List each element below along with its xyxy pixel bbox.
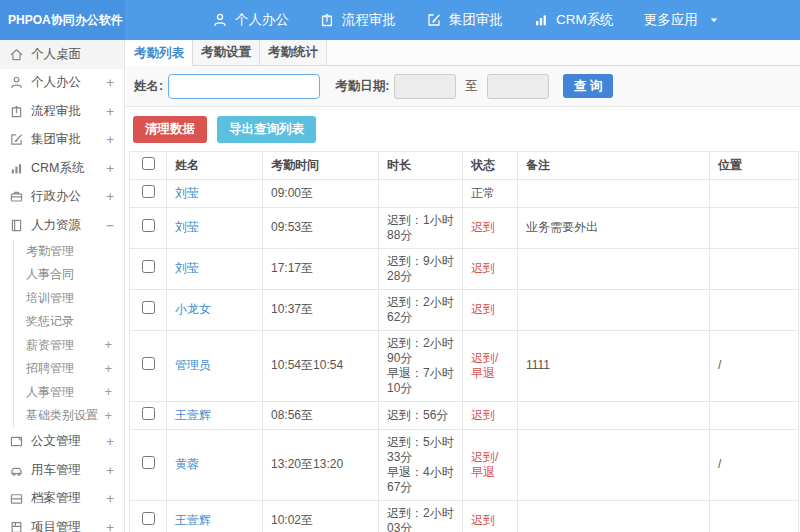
nav-item-3[interactable]: CRM系统	[518, 0, 629, 40]
row-checkbox[interactable]	[142, 301, 155, 314]
row-checkbox[interactable]	[142, 456, 155, 469]
employee-name-link[interactable]: 管理员	[167, 330, 263, 401]
nav-item-1[interactable]: 流程审批	[304, 0, 411, 40]
column-header: 备注	[518, 151, 710, 179]
clean-data-button[interactable]: 清理数据	[133, 116, 207, 143]
location-cell	[710, 289, 799, 330]
nav-item-4[interactable]: 更多应用	[629, 0, 736, 40]
sidebar-item-8[interactable]: 用车管理+	[0, 456, 124, 485]
location-cell: /	[710, 429, 799, 500]
duration-line: 迟到：1小时88分	[387, 213, 454, 243]
column-header: 考勤时间	[263, 151, 379, 179]
sidebar-item-6[interactable]: 人力资源−	[0, 211, 124, 240]
caret-down-icon	[707, 13, 721, 27]
sidebar-item-1[interactable]: 个人办公+	[0, 69, 124, 98]
user-icon	[9, 75, 24, 90]
row-checkbox[interactable]	[142, 512, 155, 525]
row-checkbox[interactable]	[142, 185, 155, 198]
sidebar-item-7[interactable]: 公文管理+	[0, 428, 124, 457]
menu-toggle-button[interactable]	[169, 0, 197, 40]
sidebar-subitem-3[interactable]: 奖惩记录	[14, 310, 124, 334]
employee-name-link[interactable]: 刘莹	[167, 248, 263, 289]
expand-indicator: +	[105, 338, 112, 352]
expand-indicator: −	[106, 218, 114, 233]
sidebar-item-4[interactable]: CRM系统+	[0, 154, 124, 183]
sidebar-item-label: 档案管理	[31, 490, 81, 507]
nav-item-0[interactable]: 个人办公	[197, 0, 304, 40]
expand-indicator: +	[106, 463, 114, 478]
name-filter-label: 姓名:	[134, 78, 163, 95]
edit-icon	[9, 132, 24, 147]
column-header: 状态	[463, 151, 518, 179]
sidebar-subitem-2[interactable]: 培训管理	[14, 287, 124, 311]
location-cell: /	[710, 330, 799, 401]
duration-cell: 迟到：2小时90分早退：7小时10分	[379, 330, 463, 401]
table-row: 王壹辉10:02至迟到：2小时03分迟到	[130, 500, 799, 532]
column-header: 时长	[379, 151, 463, 179]
sidebar-subitem-1[interactable]: 人事合同	[14, 263, 124, 287]
date-from-input[interactable]	[394, 74, 456, 99]
sidebar-item-3[interactable]: 集团审批+	[0, 126, 124, 155]
sidebar-item-5[interactable]: 行政办公+	[0, 183, 124, 212]
sidebar-item-0[interactable]: 个人桌面	[0, 40, 124, 69]
tab-2[interactable]: 考勤统计	[260, 40, 327, 65]
note-cell	[518, 500, 710, 532]
row-select-cell	[130, 289, 167, 330]
table-row: 刘莹09:53至迟到：1小时88分迟到业务需要外出	[130, 207, 799, 248]
sidebar-subitem-7[interactable]: 基础类别设置+	[14, 404, 124, 428]
book-icon	[9, 218, 24, 233]
expand-indicator: +	[106, 434, 114, 449]
status-badge: 迟到	[463, 248, 518, 289]
date-to-input[interactable]	[487, 74, 549, 99]
nav-item-2[interactable]: 集团审批	[411, 0, 518, 40]
sidebar-item-label: CRM系统	[31, 160, 84, 177]
employee-name-link[interactable]: 刘莹	[167, 207, 263, 248]
note-cell	[518, 289, 710, 330]
employee-name-link[interactable]: 刘莹	[167, 179, 263, 207]
search-button[interactable]: 查 询	[563, 74, 613, 99]
sidebar-item-label: 公文管理	[31, 433, 81, 450]
sidebar-subitem-6[interactable]: 人事管理+	[14, 381, 124, 405]
duration-line: 早退：7小时10分	[387, 366, 454, 396]
sidebar-subitem-label: 考勤管理	[26, 243, 74, 260]
export-list-button[interactable]: 导出查询列表	[217, 116, 316, 143]
note-cell: 业务需要外出	[518, 207, 710, 248]
row-checkbox[interactable]	[142, 219, 155, 232]
sidebar-subitem-0[interactable]: 考勤管理	[14, 240, 124, 264]
select-all-checkbox[interactable]	[142, 157, 155, 170]
duration-line: 迟到：2小时90分	[387, 336, 454, 366]
row-select-cell	[130, 429, 167, 500]
expand-indicator: +	[106, 189, 114, 204]
sidebar-subitem-5[interactable]: 招聘管理+	[14, 357, 124, 381]
sidebar-item-2[interactable]: 流程审批+	[0, 97, 124, 126]
row-checkbox[interactable]	[142, 357, 155, 370]
nav-item-label: 个人办公	[235, 11, 289, 29]
row-checkbox[interactable]	[142, 260, 155, 273]
attendance-time: 09:00至	[263, 179, 379, 207]
tab-0[interactable]: 考勤列表	[126, 40, 193, 66]
table-row: 刘莹17:17至迟到：9小时28分迟到	[130, 248, 799, 289]
sidebar-subitem-4[interactable]: 薪资管理+	[14, 334, 124, 358]
attendance-time: 13:20至13:20	[263, 429, 379, 500]
duration-line: 迟到：2小时03分	[387, 506, 454, 532]
expand-indicator: +	[105, 362, 112, 376]
name-filter-input[interactable]	[168, 74, 320, 99]
sidebar-item-label: 行政办公	[31, 188, 81, 205]
row-checkbox[interactable]	[142, 407, 155, 420]
note-cell	[518, 248, 710, 289]
employee-name-link[interactable]: 小龙女	[167, 289, 263, 330]
sidebar-item-9[interactable]: 档案管理+	[0, 485, 124, 514]
duration-cell: 迟到：5小时33分早退：4小时67分	[379, 429, 463, 500]
tab-1[interactable]: 考勤设置	[193, 40, 260, 65]
sidebar-item-10[interactable]: 项目管理+	[0, 513, 124, 532]
employee-name-link[interactable]: 王壹辉	[167, 500, 263, 532]
sidebar-subitem-label: 人事管理	[26, 384, 74, 401]
note-cell	[518, 401, 710, 429]
edit-icon	[426, 12, 442, 28]
location-cell	[710, 207, 799, 248]
employee-name-link[interactable]: 黄蓉	[167, 429, 263, 500]
column-header: 位置	[710, 151, 799, 179]
sidebar-item-label: 个人桌面	[31, 46, 81, 63]
employee-name-link[interactable]: 王壹辉	[167, 401, 263, 429]
table-row: 管理员10:54至10:54迟到：2小时90分早退：7小时10分迟到/早退111…	[130, 330, 799, 401]
